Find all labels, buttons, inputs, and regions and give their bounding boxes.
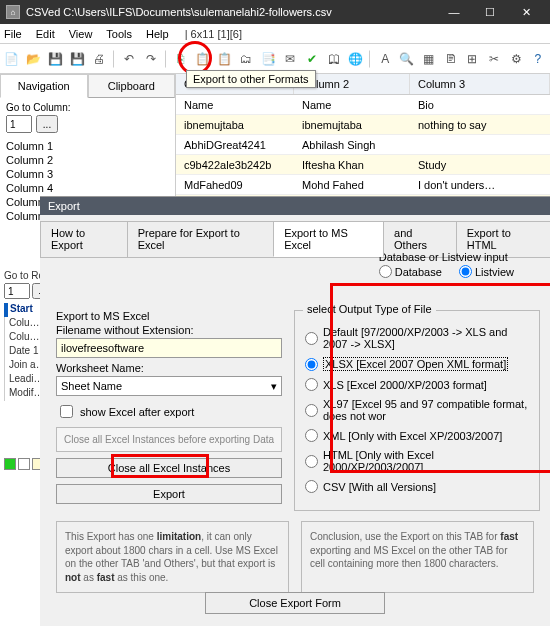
tool-icon[interactable]: 🕮 [324,49,344,69]
goto-column-label: Go to Column: [0,98,175,115]
tab-how-to-export[interactable]: How to Export [40,221,128,257]
filename-input[interactable] [56,338,282,358]
maximize-button[interactable]: ☐ [472,0,508,24]
tab-ms-excel[interactable]: Export to MS Excel [273,221,384,257]
globe-icon[interactable]: 🌐 [345,49,365,69]
tool-icon[interactable]: ⊞ [463,49,483,69]
table-row[interactable]: MdFahed09Mohd FahedI don't unders… [176,175,550,195]
tool-icon[interactable]: 🗂 [236,49,256,69]
menu-tools[interactable]: Tools [106,28,132,40]
radio-xlsx[interactable]: XLSX [Excel 2007 Open XML format] [305,357,529,371]
info-limitation: This Export has one limitation, it can o… [56,521,289,593]
menu-view[interactable]: View [69,28,93,40]
goto-column-input[interactable] [6,115,32,133]
menu-bar: File Edit View Tools Help | 6x11 [1][6] [0,24,550,44]
swatch-white[interactable] [18,458,30,470]
title-bar: ⌂ CSVed C:\Users\ILFS\Documents\sulemane… [0,0,550,24]
worksheet-label: Worksheet Name: [56,362,282,374]
radio-xl97[interactable]: XL97 [Excel 95 and 97 compatible format,… [305,398,529,422]
list-item[interactable]: Start [10,303,33,314]
redo-icon[interactable]: ↷ [141,49,161,69]
menu-extra: | 6x11 [1][6] [185,28,242,40]
radio-xml[interactable]: XML [Only with Excel XP/2003/2007] [305,429,529,442]
check-icon[interactable]: ✔ [302,49,322,69]
column-header[interactable]: Column 3 [410,74,550,94]
search-icon[interactable]: 🔍 [397,49,417,69]
db-input-label: Database or Listview input [379,251,528,263]
table-row[interactable]: NameNameBio [176,95,550,115]
toolbar: 📄 📂 💾 💾 🖨 ↶ ↷ ⎘ 📋 📋 🗂 📑 ✉ ✔ 🕮 🌐 A 🔍 ▦ 🖹 … [0,44,550,74]
radio-database[interactable]: Database [379,265,442,278]
tool-icon[interactable]: 📑 [258,49,278,69]
mail-icon[interactable]: ✉ [280,49,300,69]
close-instances-hint: Close all Excel Instances before exporti… [56,427,282,452]
font-icon[interactable]: A [375,49,395,69]
gear-icon[interactable]: ⚙ [506,49,526,69]
tab-prepare-excel[interactable]: Prepare for Export to Excel [127,221,275,257]
table-row[interactable]: AbhiDGreat4241Abhilash Singh [176,135,550,155]
app-icon: ⌂ [6,5,20,19]
export-button[interactable]: Export [56,484,282,504]
menu-edit[interactable]: Edit [36,28,55,40]
chevron-down-icon: ▾ [271,380,277,393]
format-icon[interactable]: ▦ [419,49,439,69]
tab-clipboard[interactable]: Clipboard [88,74,176,98]
goto-column-button[interactable]: ... [36,115,58,133]
minimize-button[interactable]: — [436,0,472,24]
export-dialog: Export How to Export Prepare for Export … [40,196,550,626]
radio-html[interactable]: HTML [Only with Excel 2000/XP/2003/2007] [305,449,529,473]
filename-label: Filename without Extension: [56,324,282,336]
radio-xls[interactable]: XLS [Excel 2000/XP/2003 format] [305,378,529,391]
table-row[interactable]: ibnemujtabaibnemujtabanothing to say [176,115,550,135]
undo-icon[interactable]: ↶ [119,49,139,69]
section-label: Export to MS Excel [56,310,282,322]
list-item[interactable]: Column 2 [6,153,169,167]
close-form-wrap: Close Export Form [205,592,385,614]
radio-csv[interactable]: CSV [With all Versions] [305,480,529,493]
open-icon[interactable]: 📂 [24,49,44,69]
worksheet-select[interactable]: Sheet Name▾ [56,376,282,396]
close-button[interactable]: ✕ [508,0,544,24]
table-row[interactable]: c9b422ale3b242bIftesha KhanStudy [176,155,550,175]
save-icon[interactable]: 💾 [46,49,66,69]
info-boxes: This Export has one limitation, it can o… [40,511,550,603]
window-title: CSVed C:\Users\ILFS\Documents\sulemanela… [26,6,436,18]
export-left-column: Export to MS Excel Filename without Exte… [56,310,282,511]
export-right-column: select Output Type of File Default [97/2… [294,310,540,511]
radio-default[interactable]: Default [97/2000/XP/2003 -> XLS and 2007… [305,326,529,350]
help-icon[interactable]: ? [528,49,548,69]
export-formats-icon[interactable]: ⎘ [171,49,191,69]
db-listview-input: Database or Listview input Database List… [379,251,528,280]
show-excel-checkbox[interactable]: show Excel after export [56,402,282,421]
tooltip: Export to other Formats [186,70,316,88]
list-item[interactable]: Column 4 [6,181,169,195]
separator [369,50,371,68]
output-legend: select Output Type of File [303,303,436,315]
menu-file[interactable]: File [4,28,22,40]
separator [165,50,167,68]
output-type-fieldset: select Output Type of File Default [97/2… [294,310,540,511]
tool-icon[interactable]: 📋 [214,49,234,69]
info-conclusion: Conclusion, use the Export on this TAB f… [301,521,534,593]
tab-navigation[interactable]: Navigation [0,74,88,98]
close-all-instances-button[interactable]: Close all Excel Instances [56,458,282,478]
swatch-green[interactable] [4,458,16,470]
export-title: Export [40,197,550,215]
color-swatches [0,458,44,470]
goto-row-input[interactable] [4,283,30,299]
tool-icon[interactable]: 🖹 [441,49,461,69]
tool-icon[interactable]: 📋 [193,49,213,69]
list-item[interactable]: Column 3 [6,167,169,181]
wrench-icon[interactable]: ✂ [484,49,504,69]
close-export-form-button[interactable]: Close Export Form [205,592,385,614]
list-item[interactable]: Column 1 [6,139,169,153]
print-icon[interactable]: 🖨 [89,49,109,69]
new-icon[interactable]: 📄 [2,49,22,69]
save-as-icon[interactable]: 💾 [67,49,87,69]
separator [113,50,115,68]
menu-help[interactable]: Help [146,28,169,40]
radio-listview[interactable]: Listview [459,265,514,278]
